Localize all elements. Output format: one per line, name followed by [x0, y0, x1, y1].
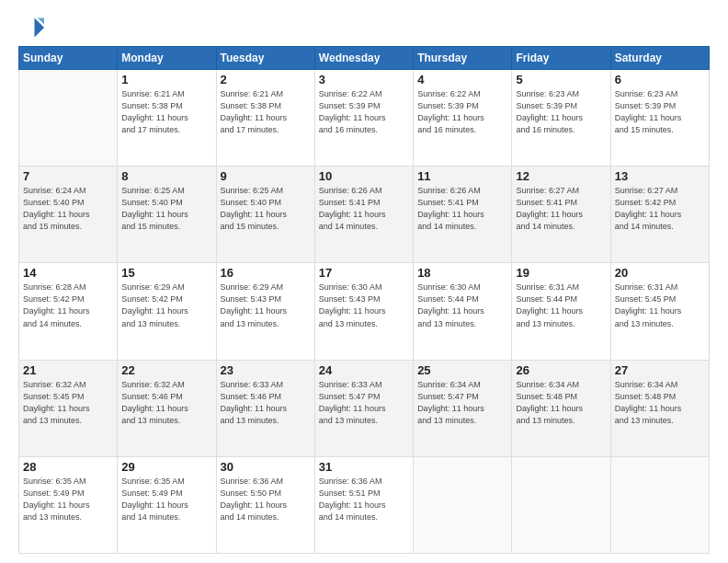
sun-info: Sunrise: 6:34 AMSunset: 5:47 PMDaylight:… — [417, 379, 507, 427]
day-number: 1 — [121, 73, 211, 86]
day-number: 15 — [121, 266, 211, 280]
sun-info: Sunrise: 6:33 AMSunset: 5:47 PMDaylight:… — [319, 379, 409, 427]
sun-info: Sunrise: 6:29 AMSunset: 5:43 PMDaylight:… — [221, 282, 311, 329]
sun-info: Sunrise: 6:25 AMSunset: 5:40 PMDaylight:… — [221, 185, 311, 233]
sun-info: Sunrise: 6:35 AMSunset: 5:49 PMDaylight:… — [23, 476, 113, 523]
calendar-cell: 7Sunrise: 6:24 AMSunset: 5:40 PMDaylight… — [19, 167, 118, 263]
calendar-cell — [414, 456, 512, 553]
sun-info: Sunrise: 6:36 AMSunset: 5:50 PMDaylight:… — [221, 476, 311, 523]
col-header-tuesday: Tuesday — [216, 47, 314, 70]
calendar-cell: 17Sunrise: 6:30 AMSunset: 5:43 PMDayligh… — [314, 263, 413, 360]
calendar-cell — [19, 70, 118, 167]
calendar-cell: 9Sunrise: 6:25 AMSunset: 5:40 PMDaylight… — [216, 167, 314, 263]
day-number: 8 — [121, 169, 211, 183]
day-number: 28 — [23, 460, 113, 474]
calendar-cell: 1Sunrise: 6:21 AMSunset: 5:38 PMDaylight… — [118, 70, 216, 167]
day-number: 25 — [417, 363, 507, 377]
day-number: 10 — [319, 169, 409, 183]
calendar-cell: 15Sunrise: 6:29 AMSunset: 5:42 PMDayligh… — [118, 263, 216, 360]
calendar-table: SundayMondayTuesdayWednesdayThursdayFrid… — [18, 46, 710, 554]
calendar-cell: 23Sunrise: 6:33 AMSunset: 5:46 PMDayligh… — [216, 360, 314, 456]
calendar-cell: 6Sunrise: 6:23 AMSunset: 5:39 PMDaylight… — [610, 70, 709, 167]
calendar-cell: 12Sunrise: 6:27 AMSunset: 5:41 PMDayligh… — [512, 167, 610, 263]
sun-info: Sunrise: 6:26 AMSunset: 5:41 PMDaylight:… — [319, 185, 409, 233]
calendar-cell: 20Sunrise: 6:31 AMSunset: 5:45 PMDayligh… — [610, 263, 709, 360]
calendar-cell: 26Sunrise: 6:34 AMSunset: 5:48 PMDayligh… — [512, 360, 610, 456]
calendar-cell: 27Sunrise: 6:34 AMSunset: 5:48 PMDayligh… — [610, 360, 709, 456]
calendar-cell: 14Sunrise: 6:28 AMSunset: 5:42 PMDayligh… — [19, 263, 118, 360]
calendar-cell: 22Sunrise: 6:32 AMSunset: 5:46 PMDayligh… — [118, 360, 216, 456]
calendar-cell — [610, 456, 709, 553]
day-number: 18 — [417, 266, 507, 280]
sun-info: Sunrise: 6:34 AMSunset: 5:48 PMDaylight:… — [615, 379, 705, 427]
calendar-cell: 24Sunrise: 6:33 AMSunset: 5:47 PMDayligh… — [314, 360, 413, 456]
sun-info: Sunrise: 6:32 AMSunset: 5:46 PMDaylight:… — [121, 379, 211, 427]
day-number: 16 — [221, 266, 311, 280]
sun-info: Sunrise: 6:27 AMSunset: 5:42 PMDaylight:… — [615, 185, 705, 233]
logo — [18, 15, 48, 40]
sun-info: Sunrise: 6:35 AMSunset: 5:49 PMDaylight:… — [121, 476, 211, 523]
day-number: 30 — [221, 460, 311, 474]
col-header-sunday: Sunday — [19, 47, 118, 70]
sun-info: Sunrise: 6:25 AMSunset: 5:40 PMDaylight:… — [121, 185, 211, 233]
sun-info: Sunrise: 6:33 AMSunset: 5:46 PMDaylight:… — [221, 379, 311, 427]
sun-info: Sunrise: 6:27 AMSunset: 5:41 PMDaylight:… — [516, 185, 606, 233]
calendar-cell: 25Sunrise: 6:34 AMSunset: 5:47 PMDayligh… — [414, 360, 512, 456]
calendar-cell: 28Sunrise: 6:35 AMSunset: 5:49 PMDayligh… — [19, 456, 118, 553]
sun-info: Sunrise: 6:26 AMSunset: 5:41 PMDaylight:… — [417, 185, 507, 233]
calendar-cell: 19Sunrise: 6:31 AMSunset: 5:44 PMDayligh… — [512, 263, 610, 360]
col-header-friday: Friday — [512, 47, 610, 70]
calendar-cell: 18Sunrise: 6:30 AMSunset: 5:44 PMDayligh… — [414, 263, 512, 360]
calendar-cell: 10Sunrise: 6:26 AMSunset: 5:41 PMDayligh… — [314, 167, 413, 263]
sun-info: Sunrise: 6:36 AMSunset: 5:51 PMDaylight:… — [319, 476, 409, 523]
sun-info: Sunrise: 6:22 AMSunset: 5:39 PMDaylight:… — [417, 88, 507, 136]
calendar-cell: 21Sunrise: 6:32 AMSunset: 5:45 PMDayligh… — [19, 360, 118, 456]
sun-info: Sunrise: 6:31 AMSunset: 5:44 PMDaylight:… — [516, 282, 606, 329]
header — [18, 15, 710, 40]
sun-info: Sunrise: 6:22 AMSunset: 5:39 PMDaylight:… — [319, 88, 409, 136]
logo-icon — [18, 15, 44, 40]
day-number: 26 — [516, 363, 606, 377]
day-number: 17 — [319, 266, 409, 280]
sun-info: Sunrise: 6:23 AMSunset: 5:39 PMDaylight:… — [516, 88, 606, 136]
calendar-cell: 13Sunrise: 6:27 AMSunset: 5:42 PMDayligh… — [610, 167, 709, 263]
sun-info: Sunrise: 6:28 AMSunset: 5:42 PMDaylight:… — [23, 282, 113, 329]
sun-info: Sunrise: 6:30 AMSunset: 5:44 PMDaylight:… — [417, 282, 507, 329]
calendar-cell — [512, 456, 610, 553]
day-number: 12 — [516, 169, 606, 183]
sun-info: Sunrise: 6:34 AMSunset: 5:48 PMDaylight:… — [516, 379, 606, 427]
calendar-cell: 29Sunrise: 6:35 AMSunset: 5:49 PMDayligh… — [118, 456, 216, 553]
sun-info: Sunrise: 6:23 AMSunset: 5:39 PMDaylight:… — [615, 88, 705, 136]
day-number: 13 — [615, 169, 705, 183]
day-number: 19 — [516, 266, 606, 280]
sun-info: Sunrise: 6:32 AMSunset: 5:45 PMDaylight:… — [23, 379, 113, 427]
col-header-wednesday: Wednesday — [314, 47, 413, 70]
col-header-monday: Monday — [118, 47, 216, 70]
sun-info: Sunrise: 6:21 AMSunset: 5:38 PMDaylight:… — [121, 88, 211, 136]
day-number: 11 — [417, 169, 507, 183]
sun-info: Sunrise: 6:30 AMSunset: 5:43 PMDaylight:… — [319, 282, 409, 329]
day-number: 5 — [516, 73, 606, 86]
sun-info: Sunrise: 6:29 AMSunset: 5:42 PMDaylight:… — [121, 282, 211, 329]
day-number: 4 — [417, 73, 507, 86]
sun-info: Sunrise: 6:24 AMSunset: 5:40 PMDaylight:… — [23, 185, 113, 233]
sun-info: Sunrise: 6:21 AMSunset: 5:38 PMDaylight:… — [221, 88, 311, 136]
day-number: 20 — [615, 266, 705, 280]
calendar-cell: 31Sunrise: 6:36 AMSunset: 5:51 PMDayligh… — [314, 456, 413, 553]
calendar-cell: 2Sunrise: 6:21 AMSunset: 5:38 PMDaylight… — [216, 70, 314, 167]
day-number: 14 — [23, 266, 113, 280]
col-header-thursday: Thursday — [414, 47, 512, 70]
calendar-cell: 30Sunrise: 6:36 AMSunset: 5:50 PMDayligh… — [216, 456, 314, 553]
day-number: 23 — [221, 363, 311, 377]
calendar-cell: 4Sunrise: 6:22 AMSunset: 5:39 PMDaylight… — [414, 70, 512, 167]
day-number: 7 — [23, 169, 113, 183]
day-number: 27 — [615, 363, 705, 377]
calendar-cell: 5Sunrise: 6:23 AMSunset: 5:39 PMDaylight… — [512, 70, 610, 167]
page: SundayMondayTuesdayWednesdayThursdayFrid… — [0, 0, 728, 563]
calendar-cell: 16Sunrise: 6:29 AMSunset: 5:43 PMDayligh… — [216, 263, 314, 360]
col-header-saturday: Saturday — [610, 47, 709, 70]
calendar-cell: 11Sunrise: 6:26 AMSunset: 5:41 PMDayligh… — [414, 167, 512, 263]
day-number: 6 — [615, 73, 705, 86]
sun-info: Sunrise: 6:31 AMSunset: 5:45 PMDaylight:… — [615, 282, 705, 329]
calendar-cell: 3Sunrise: 6:22 AMSunset: 5:39 PMDaylight… — [314, 70, 413, 167]
